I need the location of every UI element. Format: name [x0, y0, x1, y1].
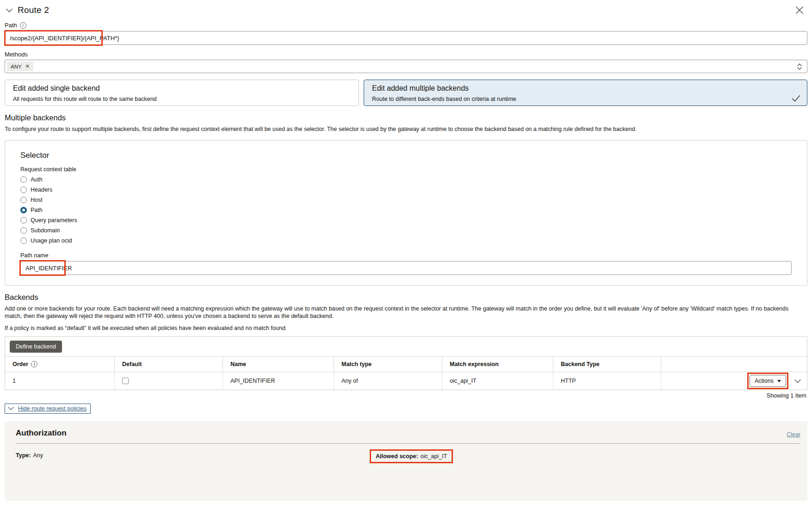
- allowed-scope-label: Allowed scope:: [376, 453, 418, 460]
- clear-link[interactable]: Clear: [787, 431, 800, 438]
- route-header: Route 2: [5, 5, 807, 16]
- path-info-icon[interactable]: i: [20, 22, 26, 29]
- column-header-match-expression: Match expression: [442, 357, 553, 372]
- backend-mode-cards: Edit added single backend All requests f…: [5, 80, 807, 106]
- multiple-backends-card[interactable]: Edit added multiple backends Route to di…: [364, 80, 807, 106]
- backends-table-panel: Define backend Order i Default Name Matc…: [5, 336, 807, 390]
- actions-button-label: Actions: [755, 378, 774, 384]
- column-header-label: Order: [12, 361, 28, 367]
- radio-label: Host: [31, 197, 43, 203]
- cell-match-expression: oic_api_IT: [442, 372, 553, 390]
- path-label: Path: [5, 22, 17, 29]
- selected-check-icon: [792, 95, 800, 102]
- path-name-input-wrap: [20, 261, 792, 275]
- selector-heading: Selector: [20, 151, 792, 160]
- methods-label-row: Methods: [5, 51, 807, 58]
- collapse-route-chevron-down-icon[interactable]: [5, 6, 14, 15]
- radio-label: Query parameters: [31, 217, 77, 224]
- column-header-backend-type: Backend Type: [553, 357, 661, 372]
- selector-panel: Selector Request context table Auth Head…: [5, 140, 807, 286]
- cell-order: 1: [5, 372, 115, 390]
- column-header-match-type: Match type: [334, 357, 442, 372]
- route-editor-page: Route 2 Path i Methods ANY ✕ Edit added …: [0, 5, 812, 510]
- table-footer-count: Showing 1 Item: [5, 392, 807, 399]
- authorization-panel: Authorization Clear Type: Any Allowed sc…: [5, 421, 807, 501]
- single-backend-card-subtitle: All requests for this route will route t…: [13, 96, 351, 102]
- cell-name: API_IDENTIFIER: [223, 372, 334, 390]
- order-info-icon[interactable]: i: [31, 361, 37, 367]
- radio-label: Headers: [31, 187, 52, 193]
- cell-default: [115, 372, 223, 390]
- hide-route-request-policies-link[interactable]: Hide route request policies: [5, 404, 91, 414]
- methods-select[interactable]: ANY ✕: [5, 60, 807, 73]
- radio-option-host[interactable]: Host: [20, 196, 792, 203]
- radio-option-query-parameters[interactable]: Query parameters: [20, 217, 792, 224]
- authorization-heading: Authorization: [16, 429, 67, 438]
- caret-down-icon: [777, 380, 781, 382]
- row-expand-chevron-down-icon[interactable]: [793, 376, 802, 386]
- single-backend-card-title: Edit added single backend: [13, 84, 351, 93]
- radio-option-auth[interactable]: Auth: [20, 176, 792, 183]
- radio-icon[interactable]: [20, 207, 27, 213]
- path-name-label: Path name: [20, 252, 792, 259]
- radio-option-usage-plan-ocid[interactable]: Usage plan ocid: [20, 237, 792, 244]
- backends-description-1: Add one or more backends for your route.…: [5, 305, 807, 320]
- radio-icon[interactable]: [20, 217, 27, 224]
- actions-annotation-box: Actions: [747, 373, 788, 389]
- radio-icon[interactable]: [20, 237, 27, 244]
- radio-option-path[interactable]: Path: [20, 206, 792, 213]
- cell-backend-type: HTTP: [553, 372, 661, 390]
- actions-button[interactable]: Actions: [750, 375, 786, 387]
- cell-actions: Actions: [661, 372, 807, 390]
- backends-heading: Backends: [5, 293, 807, 302]
- radio-label: Usage plan ocid: [31, 237, 72, 244]
- multiple-backends-card-subtitle: Route to different back-ends based on cr…: [372, 96, 799, 102]
- request-context-table-label: Request context table: [20, 166, 792, 173]
- auth-type: Type: Any: [16, 452, 43, 459]
- path-input-wrap: [5, 31, 807, 45]
- table-row: 1 API_IDENTIFIER Any of oic_api_IT HTTP …: [5, 372, 807, 390]
- radio-label: Auth: [31, 176, 43, 183]
- auth-type-value: Any: [33, 452, 43, 459]
- radio-option-headers[interactable]: Headers: [20, 186, 792, 193]
- multiple-backends-heading: Multiple backends: [5, 113, 807, 122]
- column-header-actions: [661, 357, 807, 372]
- select-spinner-icon[interactable]: [797, 63, 802, 70]
- multiple-backends-card-title: Edit added multiple backends: [372, 84, 799, 93]
- radio-icon[interactable]: [20, 187, 27, 193]
- radio-label: Subdomain: [31, 227, 60, 234]
- close-icon[interactable]: [794, 5, 805, 15]
- auth-type-label: Type:: [16, 452, 31, 459]
- define-backend-button[interactable]: Define backend: [10, 341, 62, 353]
- radio-label: Path: [31, 207, 43, 213]
- allowed-scope-value: oic_api_IT: [421, 453, 447, 460]
- route-title: Route 2: [18, 5, 49, 15]
- radio-option-subdomain[interactable]: Subdomain: [20, 227, 792, 234]
- column-header-name: Name: [223, 357, 334, 372]
- path-name-input[interactable]: [20, 261, 792, 275]
- chip-remove-x-icon[interactable]: ✕: [25, 64, 30, 69]
- allowed-scope-annotation-box: Allowed scope: oic_api_IT: [370, 449, 453, 463]
- multiple-backends-description: To configure your route to support multi…: [5, 125, 807, 133]
- path-input[interactable]: [5, 31, 807, 45]
- authorization-header: Authorization Clear: [16, 429, 800, 438]
- method-chip-label: ANY: [11, 64, 22, 69]
- radio-icon[interactable]: [20, 227, 27, 234]
- authorization-values-row: Type: Any Allowed scope: oic_api_IT: [16, 452, 800, 466]
- hide-policies-link-label: Hide route request policies: [18, 405, 87, 412]
- backends-description-2: If a policy is marked as “default” it wi…: [5, 324, 807, 332]
- backends-table-header: Order i Default Name Match type Match ex…: [5, 356, 807, 372]
- method-chip: ANY ✕: [7, 62, 33, 71]
- methods-label: Methods: [5, 51, 28, 58]
- radio-icon[interactable]: [20, 197, 27, 203]
- path-label-row: Path i: [5, 22, 807, 29]
- cell-match-type: Any of: [334, 372, 442, 390]
- single-backend-card[interactable]: Edit added single backend All requests f…: [5, 80, 359, 106]
- link-chevron-down-icon: [8, 407, 14, 410]
- radio-icon[interactable]: [20, 176, 27, 183]
- authorization-divider: [16, 443, 800, 444]
- backends-table-toolbar: Define backend: [5, 337, 807, 356]
- column-header-default: Default: [115, 357, 223, 372]
- default-checkbox[interactable]: [122, 378, 129, 384]
- column-header-order: Order i: [5, 357, 115, 372]
